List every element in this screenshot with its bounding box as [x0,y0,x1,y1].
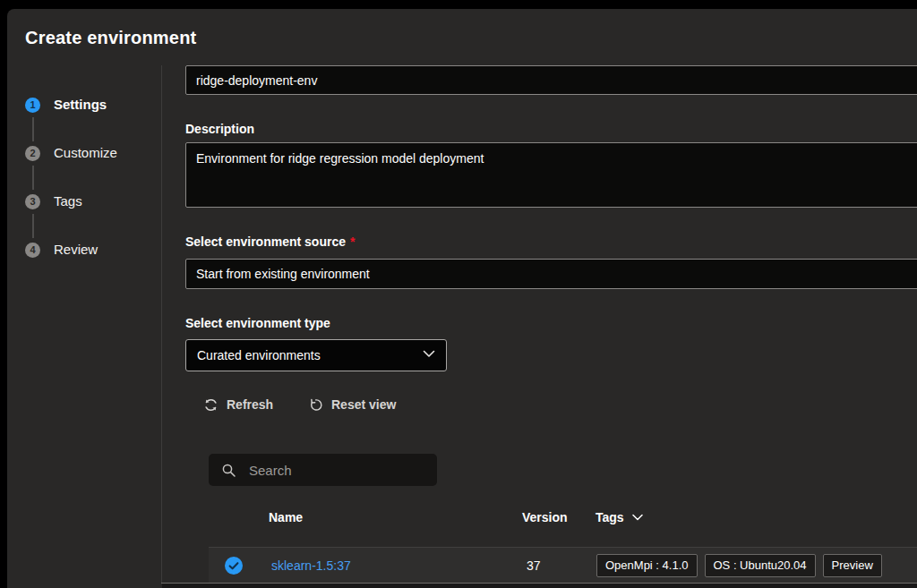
environment-type-label: Select environment type [185,316,330,330]
step-2-indicator: 2 [25,146,40,161]
sidebar-item-review[interactable]: Review [54,242,98,257]
environment-source-label: Select environment source* [185,234,355,249]
page-title: Create environment [25,28,196,48]
sidebar-item-tags[interactable]: Tags [54,193,82,209]
step-1-indicator: 1 [25,98,40,113]
environment-name-input[interactable] [185,65,917,95]
chevron-down-icon [423,350,435,358]
description-textarea[interactable]: Environment for ridge regression model d… [185,142,917,208]
row-selected-checkbox[interactable] [225,557,243,575]
tag-chip: OpenMpi : 4.1.0 [596,554,698,577]
column-header-tags[interactable]: Tags [596,510,643,524]
environment-type-dropdown[interactable]: Curated environments [185,339,447,371]
table-row[interactable]: sklearn-1.5:37 37 OpenMpi : 4.1.0 OS : U… [209,547,917,584]
chevron-down-icon [632,514,643,521]
column-header-name[interactable]: Name [269,510,303,524]
column-header-version[interactable]: Version [522,510,568,524]
environment-tags: OpenMpi : 4.1.0 OS : Ubuntu20.04 Preview [596,554,882,577]
environment-name-link[interactable]: sklearn-1.5:37 [271,548,351,584]
refresh-button[interactable]: Refresh [203,395,273,414]
environment-version: 37 [527,548,541,584]
footer-area [162,584,917,588]
tag-chip: Preview [823,554,882,577]
search-input[interactable] [247,462,403,479]
refresh-icon [203,397,219,413]
sidebar-content-divider [161,65,162,584]
reset-view-button[interactable]: Reset view [308,395,396,414]
environment-search[interactable] [209,454,437,486]
step-4-indicator: 4 [25,243,40,258]
sidebar-item-settings[interactable]: Settings [54,97,107,112]
required-asterisk: * [350,234,355,249]
step-connector [32,117,34,141]
description-label: Description [185,122,254,136]
search-icon [221,463,236,478]
tag-chip: OS : Ubuntu20.04 [705,554,816,577]
create-environment-panel [7,9,917,588]
create-environment-screen: { "colors": { "accent": "#2899f5", "link… [0,0,917,588]
step-3-indicator: 3 [25,194,40,209]
sidebar-item-customize[interactable]: Customize [54,145,117,160]
step-connector [32,214,34,238]
reset-view-label: Reset view [331,397,396,412]
refresh-label: Refresh [227,397,273,412]
environment-source-input[interactable]: Start from existing environment [185,259,917,289]
reset-view-icon [308,397,323,413]
step-connector [32,166,34,190]
environment-type-value: Curated environments [197,348,321,362]
